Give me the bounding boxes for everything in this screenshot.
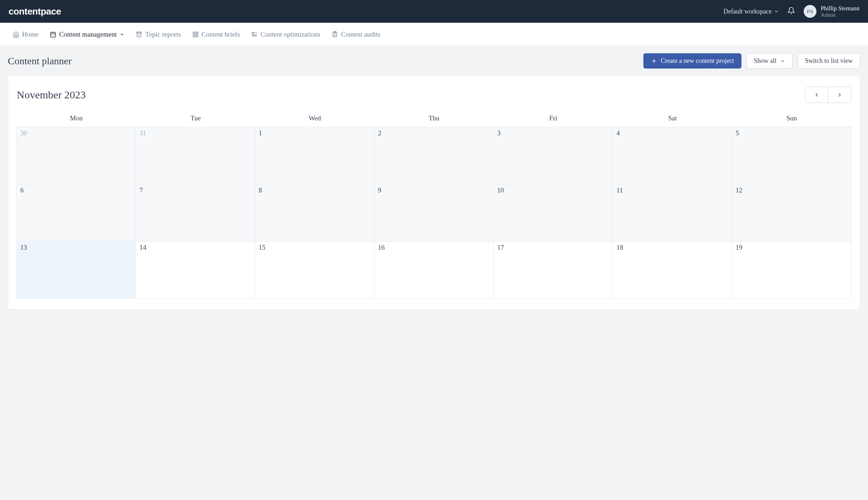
calendar-grid: MonTueWedThuFriSatSun3031123456789101112… — [17, 111, 851, 299]
day-number: 9 — [378, 186, 489, 194]
next-month-button[interactable] — [828, 87, 851, 103]
day-cell[interactable]: 10 — [493, 184, 613, 241]
nav-label: Content audits — [341, 31, 380, 38]
calendar-panel: November 2023 MonTueWedThuFriSatSun30311… — [8, 76, 860, 310]
day-number: 5 — [736, 129, 847, 137]
calendar-header: November 2023 — [17, 87, 851, 103]
day-cell[interactable]: 6 — [16, 184, 136, 241]
header-actions: Create a new content project Show all Sw… — [643, 53, 860, 69]
day-number: 8 — [259, 186, 370, 194]
svg-rect-7 — [196, 32, 198, 34]
day-cell[interactable]: 1 — [255, 127, 374, 184]
day-cell[interactable]: 14 — [135, 241, 255, 299]
bell-icon — [787, 7, 795, 15]
day-cell[interactable]: 13 — [16, 241, 136, 299]
chevron-down-icon — [119, 32, 124, 37]
day-cell[interactable]: 30 — [16, 127, 136, 184]
workspace-selector[interactable]: Default workspace — [723, 8, 778, 15]
button-label: Create a new content project — [661, 57, 734, 65]
nav-content-briefs[interactable]: Content briefs — [192, 31, 240, 38]
day-number: 3 — [497, 129, 609, 137]
day-header: Fri — [494, 111, 613, 127]
day-number: 31 — [139, 129, 251, 137]
chevron-right-icon — [836, 92, 843, 98]
archive-icon — [136, 31, 142, 38]
day-cell[interactable]: 4 — [612, 127, 732, 184]
day-number: 12 — [736, 186, 847, 194]
day-number: 7 — [139, 186, 251, 194]
home-icon — [13, 31, 19, 38]
day-cell[interactable]: 16 — [374, 241, 493, 299]
day-cell[interactable]: 3 — [493, 127, 613, 184]
month-nav — [805, 87, 851, 103]
topbar-right: Default workspace PS Phillip Stemann Adm… — [723, 5, 859, 18]
nav-label: Content optimizations — [261, 31, 320, 38]
plus-icon — [651, 58, 657, 64]
main-nav: Home Content management Topic reports Co… — [0, 23, 868, 46]
topbar: contentpace Default workspace PS Phillip… — [0, 0, 868, 23]
day-header: Mon — [17, 111, 136, 127]
day-cell[interactable]: 31 — [135, 127, 255, 184]
user-info: Phillip Stemann Admin — [821, 5, 859, 18]
day-cell[interactable]: 2 — [374, 127, 493, 184]
button-label: Show all — [754, 57, 777, 65]
prev-month-button[interactable] — [805, 87, 828, 103]
nav-label: Content management — [59, 31, 117, 38]
day-number: 11 — [616, 186, 728, 194]
clipboard-icon — [332, 31, 338, 38]
day-header: Wed — [255, 111, 374, 127]
day-header: Tue — [136, 111, 255, 127]
svg-rect-0 — [51, 32, 56, 37]
switch-view-button[interactable]: Switch to list view — [798, 53, 861, 69]
nav-label: Home — [22, 31, 38, 38]
day-number: 16 — [378, 244, 489, 251]
chevron-left-icon — [814, 92, 820, 98]
day-cell[interactable]: 7 — [135, 184, 255, 241]
nav-content-management[interactable]: Content management — [50, 31, 124, 38]
day-cell[interactable]: 12 — [732, 184, 851, 241]
day-header: Sun — [732, 111, 851, 127]
nav-content-audits[interactable]: Content audits — [332, 31, 380, 38]
day-cell[interactable]: 9 — [374, 184, 493, 241]
day-number: 10 — [497, 186, 609, 194]
day-number: 17 — [497, 244, 609, 251]
month-title: November 2023 — [17, 89, 86, 101]
svg-rect-6 — [193, 32, 195, 34]
svg-rect-4 — [137, 32, 142, 33]
chevron-down-icon — [780, 59, 785, 64]
day-number: 13 — [20, 244, 132, 251]
page-header: Content planner Create a new content pro… — [0, 46, 868, 76]
day-number: 2 — [378, 129, 489, 137]
day-cell[interactable]: 8 — [255, 184, 374, 241]
day-cell[interactable]: 17 — [493, 241, 613, 299]
day-number: 1 — [259, 129, 370, 137]
workspace-label: Default workspace — [723, 8, 771, 15]
day-cell[interactable]: 11 — [612, 184, 732, 241]
create-project-button[interactable]: Create a new content project — [643, 53, 741, 69]
day-number: 19 — [736, 244, 847, 251]
layout-icon — [192, 31, 199, 38]
nav-content-optimizations[interactable]: Content optimizations — [251, 31, 320, 38]
day-header: Thu — [374, 111, 493, 127]
day-number: 15 — [259, 244, 370, 251]
sliders-icon — [251, 31, 258, 38]
nav-home[interactable]: Home — [13, 31, 38, 38]
page-title: Content planner — [8, 55, 72, 67]
day-cell[interactable]: 5 — [732, 127, 851, 184]
button-label: Switch to list view — [805, 57, 853, 65]
day-header: Sat — [613, 111, 732, 127]
day-cell[interactable]: 15 — [255, 241, 374, 299]
nav-topic-reports[interactable]: Topic reports — [136, 31, 181, 38]
user-menu[interactable]: PS Phillip Stemann Admin — [804, 5, 859, 18]
day-number: 30 — [20, 129, 132, 137]
show-all-button[interactable]: Show all — [746, 53, 793, 69]
svg-rect-10 — [252, 32, 254, 34]
svg-rect-9 — [196, 35, 198, 37]
day-cell[interactable]: 18 — [612, 241, 732, 299]
user-name: Phillip Stemann — [821, 5, 859, 12]
user-role: Admin — [821, 12, 859, 18]
notifications-button[interactable] — [787, 7, 795, 16]
day-cell[interactable]: 19 — [732, 241, 851, 299]
day-number: 18 — [616, 244, 728, 251]
brand-logo[interactable]: contentpace — [9, 6, 61, 17]
